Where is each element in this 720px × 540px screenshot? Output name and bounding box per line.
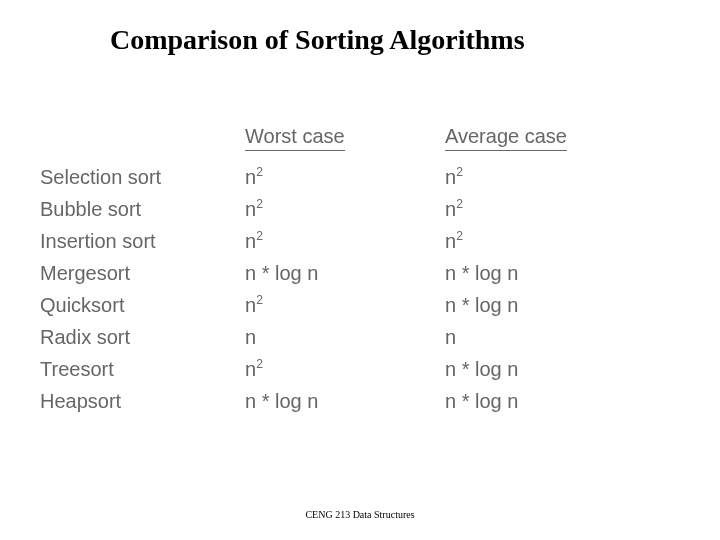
average-case-cell: n * log n <box>445 353 605 385</box>
complexity-expr: n * log n <box>445 390 518 412</box>
table-row: Quicksortn2n * log n <box>40 289 670 321</box>
complexity-expr: n <box>245 326 256 348</box>
table-row: Radix sortnn <box>40 321 670 353</box>
algo-name: Selection sort <box>40 161 245 193</box>
worst-case-cell: n * log n <box>245 385 445 417</box>
algo-name: Treesort <box>40 353 245 385</box>
complexity-expr: n * log n <box>245 390 318 412</box>
complexity-expr: n <box>445 326 456 348</box>
worst-case-cell: n2 <box>245 225 445 257</box>
complexity-expr: n2 <box>245 166 263 188</box>
algo-name: Insertion sort <box>40 225 245 257</box>
header-average-label: Average case <box>445 125 567 151</box>
complexity-expr: n * log n <box>445 358 518 380</box>
table-row: Insertion sortn2n2 <box>40 225 670 257</box>
header-average: Average case <box>445 125 605 151</box>
header-worst-label: Worst case <box>245 125 345 151</box>
algo-name: Radix sort <box>40 321 245 353</box>
average-case-cell: n * log n <box>445 257 605 289</box>
complexity-expr: n2 <box>245 358 263 380</box>
complexity-expr: n2 <box>245 294 263 316</box>
worst-case-cell: n2 <box>245 353 445 385</box>
algo-name: Bubble sort <box>40 193 245 225</box>
complexity-expr: n2 <box>245 230 263 252</box>
average-case-cell: n2 <box>445 193 605 225</box>
table-row: Heapsortn * log nn * log n <box>40 385 670 417</box>
table-row: Selection sortn2n2 <box>40 161 670 193</box>
algo-name: Heapsort <box>40 385 245 417</box>
worst-case-cell: n * log n <box>245 257 445 289</box>
complexity-expr: n2 <box>245 198 263 220</box>
worst-case-cell: n2 <box>245 161 445 193</box>
average-case-cell: n2 <box>445 161 605 193</box>
complexity-expr: n2 <box>445 198 463 220</box>
complexity-expr: n2 <box>445 230 463 252</box>
header-worst: Worst case <box>245 125 445 151</box>
table-row: Treesortn2n * log n <box>40 353 670 385</box>
table-header-row: Worst case Average case <box>40 125 670 151</box>
worst-case-cell: n2 <box>245 193 445 225</box>
footer-text: CENG 213 Data Structures <box>0 509 720 520</box>
algo-name: Quicksort <box>40 289 245 321</box>
average-case-cell: n2 <box>445 225 605 257</box>
table-row: Bubble sortn2n2 <box>40 193 670 225</box>
table-row: Mergesortn * log nn * log n <box>40 257 670 289</box>
worst-case-cell: n <box>245 321 445 353</box>
header-algo-spacer <box>40 125 245 151</box>
worst-case-cell: n2 <box>245 289 445 321</box>
average-case-cell: n * log n <box>445 289 605 321</box>
table-body: Selection sortn2n2Bubble sortn2n2Inserti… <box>40 161 670 417</box>
complexity-expr: n2 <box>445 166 463 188</box>
complexity-table: Worst case Average case Selection sortn2… <box>40 125 670 417</box>
algo-name: Mergesort <box>40 257 245 289</box>
complexity-expr: n * log n <box>445 294 518 316</box>
page-title: Comparison of Sorting Algorithms <box>110 24 525 56</box>
average-case-cell: n <box>445 321 605 353</box>
complexity-expr: n * log n <box>445 262 518 284</box>
complexity-expr: n * log n <box>245 262 318 284</box>
average-case-cell: n * log n <box>445 385 605 417</box>
